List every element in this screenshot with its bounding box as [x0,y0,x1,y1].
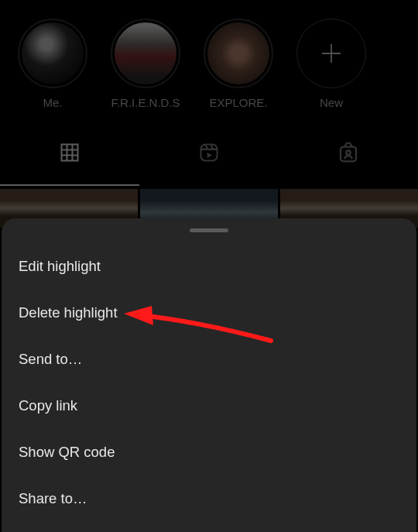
option-delete-highlight[interactable]: Delete highlight [19,290,399,336]
option-show-qr-code[interactable]: Show QR code [19,429,399,475]
option-copy-link[interactable]: Copy link [19,383,399,429]
option-send-to[interactable]: Send to… [19,336,399,383]
instagram-profile-screen: Me. F.R.I.E.N.D.S EXPLORE. New [0,0,418,532]
option-share-to[interactable]: Share to… [19,475,399,522]
highlight-options-sheet: Edit highlight Delete highlight Send to…… [2,218,416,532]
sheet-grabber[interactable] [190,228,228,232]
option-edit-highlight[interactable]: Edit highlight [19,243,399,290]
